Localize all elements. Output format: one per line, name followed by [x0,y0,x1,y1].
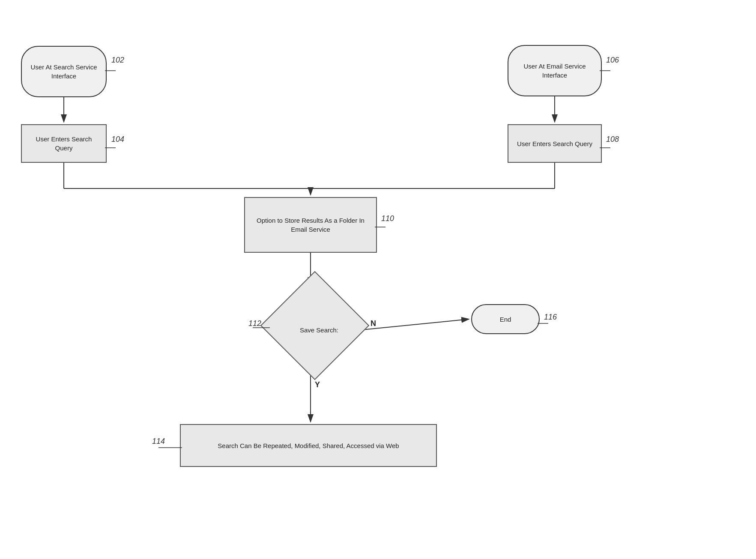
node-108-label: User Enters Search Query [517,139,592,148]
node-114-label: Search Can Be Repeated, Modified, Shared… [218,441,399,450]
ref-104: 104 [111,135,124,144]
ref-106: 106 [606,56,619,65]
ref-line-104 [105,143,118,152]
ref-110: 110 [381,214,394,223]
node-112-label: Save Search: [300,326,338,335]
arrow-label-Y: Y [315,380,320,389]
node-104-label: User Enters Search Query [28,135,99,152]
node-112: Save Search: [272,283,358,368]
ref-line-110 [375,223,388,231]
node-102-label: User At Search Service Interface [30,63,97,81]
arrows-svg [0,0,756,559]
node-104: User Enters Search Query [21,124,107,163]
ref-line-102 [105,66,118,75]
ref-line-106 [600,66,613,75]
arrow-label-N: N [371,319,376,328]
node-116-label: End [500,315,511,324]
node-114: Search Can Be Repeated, Modified, Shared… [180,424,437,467]
node-110-label: Option to Store Results As a Folder In E… [251,216,370,234]
node-116: End [471,304,540,334]
node-102: User At Search Service Interface [21,46,107,97]
ref-108: 108 [606,135,619,144]
node-106-label: User At Email Service Interface [517,62,592,80]
flowchart-diagram: User At Search Service Interface 102 Use… [0,0,756,559]
ref-line-114 [158,445,184,451]
node-110: Option to Store Results As a Folder In E… [244,197,377,253]
ref-102: 102 [111,56,124,65]
ref-line-112 [253,325,274,331]
node-108: User Enters Search Query [508,124,602,163]
node-106: User At Email Service Interface [508,45,602,96]
ref-line-108 [600,143,613,152]
svg-line-9 [362,319,469,330]
ref-line-116 [538,319,550,328]
